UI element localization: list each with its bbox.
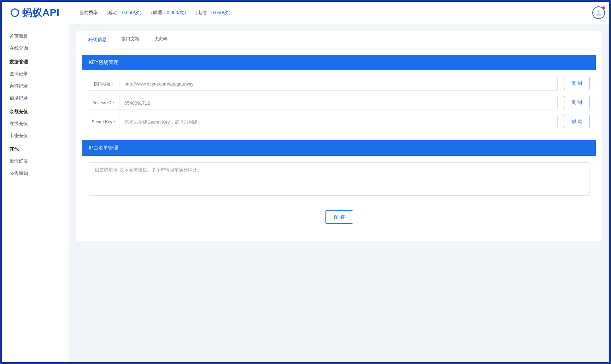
sidebar-group: 数据管理 [2,56,69,68]
text-input[interactable] [119,115,557,129]
logo-icon [10,7,20,18]
sidebar-item[interactable]: 公告通知 [2,168,69,180]
rate-item: （移动：0.050/次） [104,10,144,15]
sidebar-item[interactable]: 在线查询 [2,42,69,54]
sidebar-group: 其他 [2,143,69,155]
tab[interactable]: 秘钥信息 [81,31,114,48]
sidebar-item[interactable]: 在线充值 [2,118,69,130]
rate-item: （电信：0.050/次） [193,10,233,15]
copy-button[interactable]: 复制 [564,77,589,90]
svg-point-0 [12,8,13,10]
text-input[interactable] [119,96,557,110]
notification-dot-icon [602,6,605,9]
key-section-header: KEY密钥管理 [82,55,596,70]
sidebar-item[interactable]: 邀请好友 [2,155,69,167]
rate-item: （联通：0.050/次） [148,10,189,15]
copy-button[interactable]: 复制 [564,96,589,109]
sidebar-item[interactable]: 余额记录 [2,80,69,92]
create-button[interactable]: 创建 [564,115,589,128]
input-group: Access ID： [89,96,558,110]
rate-label: 当前费率： [80,10,102,15]
ip-whitelist-textarea[interactable] [89,162,589,196]
ip-section-header: IP白名单管理 [82,140,596,156]
sidebar-item[interactable]: 查询记录 [2,68,69,80]
sidebar-item[interactable]: 卡密充值 [2,130,69,142]
logo-text: 蚂蚁API [22,6,59,19]
logo: 蚂蚁API [2,6,72,19]
user-avatar[interactable] [592,6,605,19]
svg-point-1 [16,8,17,10]
input-label: Access ID： [89,96,119,110]
tab[interactable]: 状态码 [147,31,175,48]
rate-bar: 当前费率： （移动：0.050/次）（联通：0.050/次）（电信：0.050/… [72,10,588,16]
text-input[interactable] [119,77,557,90]
save-button[interactable]: 保存 [325,210,353,224]
input-label: 接口地址： [89,77,119,90]
tab[interactable]: 接口文档 [114,31,147,48]
input-group: 接口地址： [89,77,558,91]
svg-point-2 [597,10,600,13]
tabs: 秘钥信息接口文档状态码 [76,31,602,48]
input-group: Secret Key： [89,115,558,129]
sidebar-item[interactable]: 额度记录 [2,92,69,104]
input-label: Secret Key： [89,115,119,129]
sidebar-item[interactable]: 首页面板 [2,30,69,42]
sidebar: 首页面板在线查询数据管理查询记录余额记录额度记录余额充值在线充值卡密充值其他邀请… [2,24,69,362]
sidebar-group: 余额充值 [2,106,69,118]
